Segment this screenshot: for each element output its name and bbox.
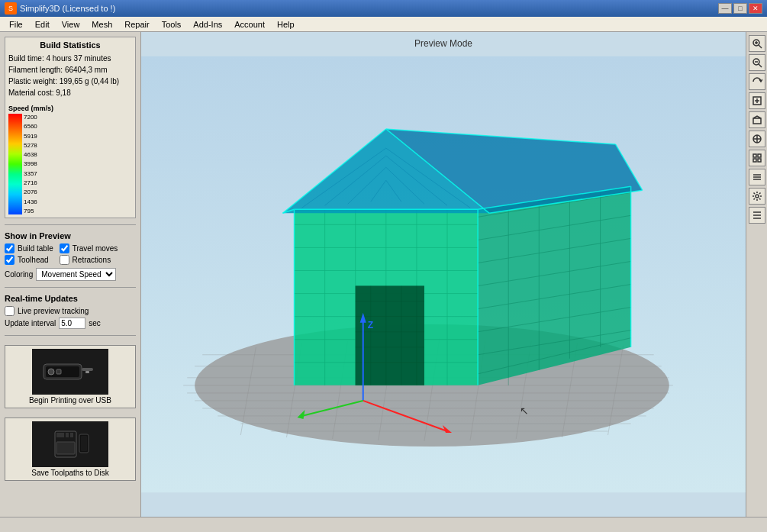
speed-legend-title: Speed (mm/s) (8, 105, 132, 112)
plastic-weight: Plastic weight: 199,65 g (0,44 lb) (8, 76, 132, 87)
cb-travel-moves-input[interactable] (60, 243, 69, 253)
svg-rect-9 (70, 433, 73, 437)
realtime-updates-section: Real-time Updates Live preview tracking … (5, 294, 136, 329)
toolbar-menu[interactable] (749, 207, 765, 224)
toolbar-view1[interactable] (749, 111, 765, 128)
viewport-area[interactable]: Preview Mode (141, 32, 746, 517)
bottom-controls-row: ▐▐ Play/Pause Preview By Layer Line Star… (0, 517, 767, 532)
toolbar-rotate[interactable] (749, 73, 765, 90)
cursor: ↖ (520, 405, 529, 417)
svg-rect-109 (753, 159, 756, 162)
build-time: Build time: 4 hours 37 minutes (8, 53, 132, 64)
title-bar: S Simplify3D (Licensed to !) — □ ✕ (0, 0, 767, 17)
update-interval-row: Update interval sec (5, 318, 136, 329)
menu-edit[interactable]: Edit (29, 18, 56, 31)
cb-toolhead-label: Toolhead (18, 256, 49, 264)
svg-rect-107 (753, 154, 756, 157)
menu-repair[interactable]: Repair (118, 18, 155, 31)
house-door-interior (356, 286, 424, 385)
svg-rect-10 (56, 442, 75, 454)
svg-line-94 (759, 45, 762, 48)
cb-build-table: Build table Travel moves (5, 243, 136, 253)
update-interval-label: Update interval (5, 319, 56, 327)
toolbar-fit[interactable] (749, 92, 765, 109)
update-interval-input[interactable] (59, 318, 85, 329)
menu-addins[interactable]: Add-Ins (187, 18, 228, 31)
svg-rect-5 (56, 369, 61, 374)
sd-button-label: Save Toolpaths to Disk (31, 469, 109, 477)
svg-rect-2 (82, 368, 93, 371)
toolbar-zoom-out[interactable] (749, 54, 765, 71)
speed-legend-content: 7200 6560 5919 5278 4638 3998 3357 2716 … (8, 114, 132, 214)
sd-save-button[interactable]: Save Toolpaths to Disk (5, 418, 136, 481)
divider-3 (5, 335, 136, 336)
3d-viewport-svg: Z ↖ (141, 32, 746, 517)
cb-build-table-input[interactable] (5, 243, 15, 253)
divider-1 (5, 224, 136, 225)
usb-button-label: Begin Printing over USB (29, 396, 111, 405)
svg-rect-108 (758, 154, 761, 157)
cb-build-table-label: Build table (18, 244, 53, 253)
main-area: Build Statistics Build time: 4 hours 37 … (0, 32, 767, 517)
svg-rect-12 (81, 436, 87, 451)
cb-retractions-label: Retractions (73, 256, 111, 264)
svg-line-98 (759, 64, 762, 67)
build-statistics-section: Build Statistics Build time: 4 hours 37 … (5, 37, 136, 218)
toolbar-zoom-in[interactable] (749, 35, 765, 52)
menu-help[interactable]: Help (271, 18, 301, 31)
coloring-row: Coloring Movement Speed Feature Type (5, 268, 136, 281)
speed-color-bar (8, 114, 22, 214)
sec-label: sec (89, 319, 101, 327)
live-preview-cb[interactable] (5, 306, 15, 316)
menu-mesh[interactable]: Mesh (85, 18, 118, 31)
build-stats-title: Build Statistics (8, 40, 132, 50)
speed-legend: Speed (mm/s) 7200 6560 5919 5278 4638 39… (8, 105, 132, 214)
right-toolbar (746, 32, 767, 517)
close-button[interactable]: ✕ (749, 3, 762, 14)
coloring-label: Coloring (5, 270, 33, 279)
cb-toolhead-row: Toolhead Retractions (5, 255, 136, 265)
svg-rect-8 (66, 433, 69, 437)
cb-toolhead-input[interactable] (5, 255, 15, 265)
svg-point-114 (756, 195, 759, 198)
left-panel: Build Statistics Build time: 4 hours 37 … (0, 32, 141, 517)
menu-file[interactable]: File (3, 18, 29, 31)
divider-2 (5, 287, 136, 288)
usb-print-button[interactable]: Begin Printing over USB (5, 345, 136, 408)
coloring-select[interactable]: Movement Speed Feature Type (36, 268, 116, 281)
menu-bar: File Edit View Mesh Repair Tools Add-Ins… (0, 17, 767, 32)
svg-rect-110 (758, 159, 761, 162)
svg-point-4 (48, 369, 54, 375)
app-icon: S (5, 2, 17, 15)
usb-icon (32, 349, 108, 395)
bottom-bar: ▐▐ Play/Pause Preview By Layer Line Star… (0, 517, 767, 532)
minimize-button[interactable]: — (718, 3, 732, 14)
toolbar-layers[interactable] (749, 169, 765, 185)
title-bar-buttons: — □ ✕ (718, 3, 762, 14)
preview-mode-label: Preview Mode (414, 38, 472, 49)
toolbar-view2[interactable] (749, 131, 765, 147)
toolbar-grid[interactable] (749, 150, 765, 166)
sd-icon (32, 421, 108, 467)
show-in-preview-section: Show in Preview Build table Travel moves… (5, 231, 136, 281)
cb-retractions-input[interactable] (60, 255, 69, 265)
menu-view[interactable]: View (56, 18, 86, 31)
live-preview-label: Live preview tracking (18, 307, 89, 315)
toolbar-settings[interactable] (749, 188, 765, 205)
maximize-button[interactable]: □ (733, 3, 747, 14)
live-preview-row: Live preview tracking (5, 306, 136, 316)
speed-labels: 7200 6560 5919 5278 4638 3998 3357 2716 … (24, 114, 37, 214)
realtime-title: Real-time Updates (5, 294, 136, 303)
filament-length: Filament length: 66404,3 mm (8, 64, 132, 76)
svg-rect-3 (85, 371, 89, 373)
title-bar-title: Simplify3D (Licensed to !) (20, 4, 718, 13)
svg-rect-7 (56, 433, 64, 437)
cb-travel-moves-label: Travel moves (73, 244, 118, 253)
menu-tools[interactable]: Tools (156, 18, 188, 31)
svg-text:Z: Z (368, 320, 373, 330)
svg-rect-103 (753, 118, 761, 124)
show-in-preview-title: Show in Preview (5, 231, 136, 240)
menu-account[interactable]: Account (228, 18, 271, 31)
material-cost: Material cost: 9,18 (8, 87, 132, 98)
